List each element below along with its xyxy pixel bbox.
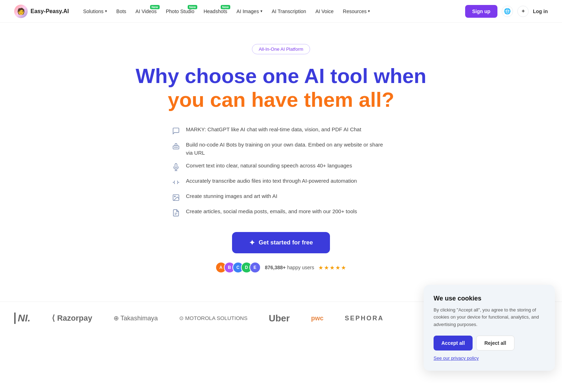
- star-rating: ★★★★★: [318, 264, 347, 271]
- avatar: E: [249, 262, 261, 273]
- chat-icon: [171, 126, 181, 136]
- article-icon: [171, 208, 181, 218]
- brand-pwc: pwc: [311, 315, 324, 322]
- social-proof: A B C D E 876,388+ happy users ★★★★★: [136, 262, 426, 273]
- brand-motorola: ⊙ MOTOROLA SOLUTIONS: [179, 315, 248, 321]
- hero-section: All-In-One AI Platform Why choose one AI…: [121, 23, 441, 287]
- nav-actions: Sign up 🌐 ✦ Log in: [465, 5, 548, 18]
- brand-sephora: SEPHORA: [345, 315, 384, 322]
- hero-title-line1: Why choose one AI tool when: [136, 64, 426, 87]
- mic-icon: [171, 162, 181, 172]
- nav-item-ai-images[interactable]: AI Images ▾: [232, 6, 267, 17]
- feature-item-5: Create articles, social media posts, ema…: [171, 208, 391, 218]
- nav-item-headshots[interactable]: New Headshots: [199, 6, 232, 17]
- nav-links: Solutions ▾ Bots New AI Videos New Photo…: [79, 6, 462, 17]
- logo-text: Easy-Peasy.AI: [31, 8, 69, 15]
- navbar: 🧑 Easy-Peasy.AI Solutions ▾ Bots New AI …: [0, 0, 562, 23]
- feature-item-4: Create stunning images and art with AI: [171, 192, 391, 203]
- feature-item-1: Build no-code AI Bots by training on you…: [171, 141, 391, 157]
- new-badge: New: [188, 5, 197, 9]
- theme-toggle-icon[interactable]: ✦: [517, 6, 529, 17]
- logo[interactable]: 🧑 Easy-Peasy.AI: [14, 5, 69, 18]
- hero-title-line2: you can have them all?: [168, 88, 394, 111]
- bot-icon: [171, 141, 181, 151]
- feature-list: MARKY: ChatGPT like AI chat with real-ti…: [171, 126, 391, 218]
- hero-title: Why choose one AI tool when you can have…: [136, 64, 426, 111]
- get-started-button[interactable]: ✦ Get started for free: [232, 232, 330, 253]
- feature-item-0: MARKY: ChatGPT like AI chat with real-ti…: [171, 126, 391, 136]
- chevron-down-icon: ▾: [368, 9, 370, 13]
- chevron-down-icon: ▾: [260, 9, 263, 13]
- hero-badge: All-In-One AI Platform: [252, 44, 310, 54]
- nav-item-solutions[interactable]: Solutions ▾: [79, 6, 111, 17]
- globe-icon[interactable]: 🌐: [502, 6, 513, 17]
- nav-item-photo-studio[interactable]: New Photo Studio: [162, 6, 199, 17]
- new-badge: New: [150, 5, 160, 9]
- nav-item-ai-transcription[interactable]: AI Transcription: [268, 6, 310, 17]
- feature-item-3: Accurately transcribe audio files into t…: [171, 177, 391, 187]
- svg-rect-0: [173, 146, 179, 149]
- nav-item-ai-videos[interactable]: New AI Videos: [131, 6, 161, 17]
- svg-point-2: [177, 147, 177, 148]
- brand-razorpay: ⟨ Razorpay: [52, 314, 92, 323]
- image-icon: [171, 193, 181, 203]
- feature-item-2: Convert text into clear, natural soundin…: [171, 162, 391, 172]
- nav-item-ai-voice[interactable]: AI Voice: [311, 6, 338, 17]
- brand-takashimaya: ⊕ Takashimaya: [114, 314, 158, 322]
- svg-point-1: [175, 147, 175, 148]
- sparkle-icon: ✦: [249, 238, 255, 247]
- cookie-body: By clicking "Accept all", you agree to t…: [434, 307, 545, 328]
- brand-uber: Uber: [269, 313, 290, 324]
- user-avatars: A B C D E: [215, 262, 261, 273]
- svg-point-6: [174, 196, 175, 197]
- chevron-down-icon: ▾: [105, 9, 107, 13]
- signup-button[interactable]: Sign up: [465, 5, 497, 18]
- nav-item-resources[interactable]: Resources ▾: [338, 6, 374, 17]
- user-count: 876,388+ happy users: [265, 265, 314, 270]
- new-badge: New: [221, 5, 230, 9]
- cookie-banner: We use cookies By clicking "Accept all",…: [424, 285, 555, 335]
- logo-avatar: 🧑: [14, 5, 28, 18]
- login-link[interactable]: Log in: [533, 9, 548, 14]
- brand-ni: NI.: [14, 313, 31, 324]
- transcribe-icon: [171, 177, 181, 187]
- nav-item-bots[interactable]: Bots: [112, 6, 131, 17]
- cookie-title: We use cookies: [434, 295, 545, 302]
